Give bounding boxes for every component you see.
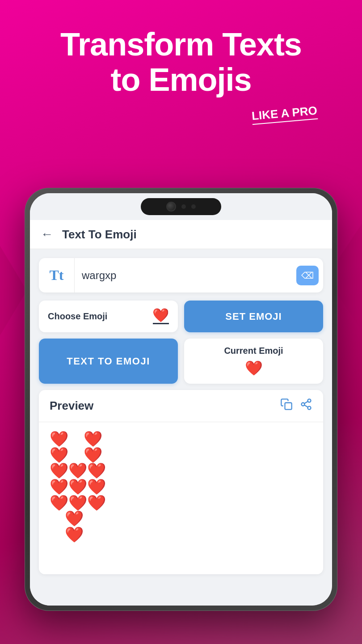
phone-outer: ← Text To Emoji Tt ⌫ xyxy=(25,188,337,611)
camera-dot xyxy=(181,204,186,209)
emoji-cell: ❤️ xyxy=(84,431,102,447)
emoji-cell: ❤️ xyxy=(50,479,68,495)
set-emoji-button[interactable]: SET EMOJI xyxy=(184,301,323,332)
text-to-emoji-button[interactable]: TEXT TO EMOJI xyxy=(39,339,178,384)
emoji-cell: ❤️ xyxy=(84,447,102,463)
tagline: LIKE A PRO xyxy=(251,104,318,123)
hero-area: Transform Texts to Emojis LIKE A PRO xyxy=(0,0,362,129)
emoji-cell: ❤️ xyxy=(87,495,106,511)
emoji-cell: ❤️ xyxy=(65,527,84,543)
emoji-cell: ❤️ xyxy=(50,495,68,511)
camera-lens xyxy=(166,202,176,212)
emoji-cell: ❤️ xyxy=(50,447,68,463)
copy-icon[interactable] xyxy=(280,398,293,414)
set-emoji-label: SET EMOJI xyxy=(225,311,282,322)
camera-module xyxy=(141,198,221,215)
emoji-cell: ❤️ xyxy=(87,463,106,479)
emoji-cell: ❤️ xyxy=(68,495,87,511)
phone-top-bar xyxy=(30,193,332,220)
choose-emoji-label: Choose Emoji xyxy=(48,311,107,322)
choose-emoji-box[interactable]: Choose Emoji ❤️ xyxy=(39,301,178,332)
current-emoji-label: Current Emoji xyxy=(224,346,283,356)
emoji-underline xyxy=(153,323,169,324)
app-title: Text To Emoji xyxy=(62,228,137,242)
emoji-cell: ❤️ xyxy=(65,511,84,527)
camera-sensor xyxy=(191,204,196,209)
tt-icon: Tt xyxy=(50,267,64,284)
phone-screen: ← Text To Emoji Tt ⌫ xyxy=(30,193,332,606)
text-to-emoji-label: TEXT TO EMOJI xyxy=(67,356,150,367)
app-content: ← Text To Emoji Tt ⌫ xyxy=(30,220,332,592)
preview-header: Preview xyxy=(39,390,323,422)
clear-icon: ⌫ xyxy=(301,270,314,281)
emoji-cell: ❤️ xyxy=(68,479,87,495)
emoji-cell: ❤️ xyxy=(50,463,68,479)
app-body: Tt ⌫ Choose Emoji ❤️ xyxy=(30,249,332,583)
svg-rect-0 xyxy=(285,403,292,410)
svg-line-4 xyxy=(304,405,308,407)
phone-bottom xyxy=(30,592,332,606)
input-icon-box: Tt xyxy=(39,258,75,292)
back-button[interactable]: ← xyxy=(41,227,53,242)
preview-canvas: ❤️ ❤️ ❤️ xyxy=(39,422,323,574)
emoji-display: ❤️ xyxy=(152,309,169,324)
emoji-cell: ❤️ xyxy=(87,479,106,495)
phone-wrapper: ← Text To Emoji Tt ⌫ xyxy=(25,188,337,611)
preview-actions xyxy=(280,398,312,414)
deco-left xyxy=(0,246,27,335)
action-row: TEXT TO EMOJI Current Emoji ❤️ xyxy=(39,339,323,384)
text-input[interactable] xyxy=(75,259,292,292)
emoji-cell: ❤️ xyxy=(50,431,68,447)
current-emoji-display: ❤️ xyxy=(245,360,263,377)
current-emoji-box: Current Emoji ❤️ xyxy=(184,339,323,384)
text-input-row: Tt ⌫ xyxy=(39,258,323,292)
emoji-cell: ❤️ xyxy=(68,463,87,479)
controls-row: Choose Emoji ❤️ SET EMOJI xyxy=(39,301,323,332)
app-header: ← Text To Emoji xyxy=(30,220,332,249)
svg-line-5 xyxy=(304,402,308,404)
preview-section: Preview xyxy=(39,390,323,574)
share-icon[interactable] xyxy=(300,398,312,414)
preview-title: Preview xyxy=(50,399,93,413)
selected-emoji: ❤️ xyxy=(152,309,169,322)
hero-title: Transform Texts to Emojis xyxy=(18,27,344,97)
clear-button[interactable]: ⌫ xyxy=(296,266,319,285)
